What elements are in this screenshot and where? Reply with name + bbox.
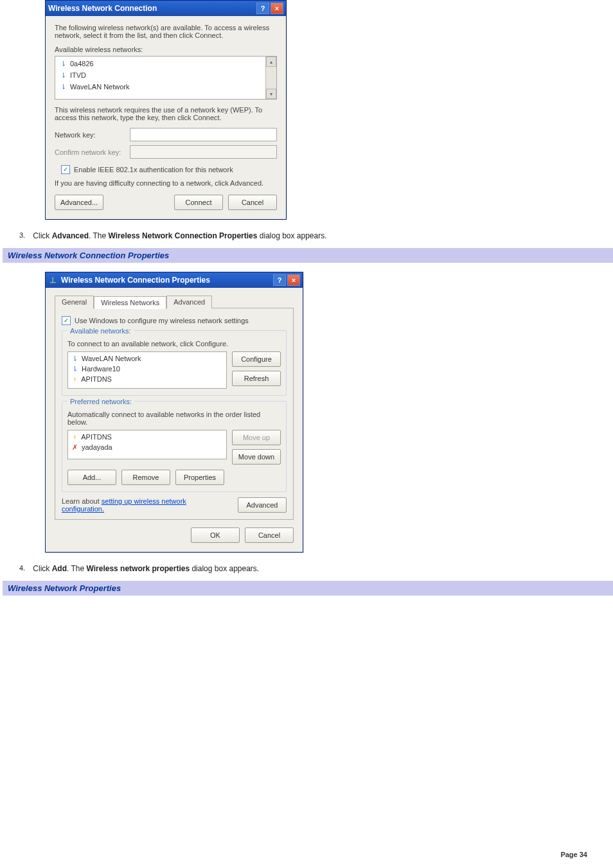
list-item[interactable]: ♀APITDNS bbox=[69, 432, 225, 442]
refresh-button[interactable]: Refresh bbox=[232, 371, 281, 386]
advanced-button[interactable]: Advanced... bbox=[55, 195, 103, 210]
list-item[interactable]: ♀APITDNS bbox=[69, 374, 225, 384]
section-caption: Wireless Network Properties bbox=[3, 581, 613, 596]
move-down-button[interactable]: Move down bbox=[232, 449, 281, 465]
ok-button[interactable]: OK bbox=[191, 527, 240, 543]
confirm-key-label: Confirm network key: bbox=[55, 148, 125, 156]
ieee-checkbox-label: Enable IEEE 802.1x authentication for th… bbox=[74, 166, 233, 173]
unavailable-icon: ✗ bbox=[72, 443, 78, 452]
confirm-key-input bbox=[130, 145, 277, 159]
network-key-label: Network key: bbox=[55, 131, 125, 139]
configure-button[interactable]: Configure bbox=[232, 351, 281, 367]
dialog-title: Wireless Network Connection bbox=[48, 4, 157, 13]
instruction-step: 3. Click Advanced. The Wireless Network … bbox=[19, 231, 613, 240]
advanced-button[interactable]: Advanced bbox=[238, 497, 287, 513]
list-item[interactable]: ⇂Hardware10 bbox=[69, 364, 225, 374]
move-up-button: Move up bbox=[232, 430, 281, 445]
instruction-step: 4. Click Add. The Wireless network prope… bbox=[19, 564, 613, 573]
close-button[interactable]: × bbox=[287, 274, 300, 286]
wireless-properties-dialog: ⊥ Wireless Network Connection Properties… bbox=[45, 272, 303, 553]
available-networks-list[interactable]: ⇂0a4826 ⇂ITVD ⇂WaveLAN Network ▴ ▾ bbox=[55, 56, 277, 100]
list-item[interactable]: ✗yadayada bbox=[69, 442, 225, 452]
connect-button[interactable]: Connect bbox=[174, 195, 223, 210]
tab-wireless-networks[interactable]: Wireless Networks bbox=[94, 296, 166, 309]
remove-button[interactable]: Remove bbox=[121, 470, 170, 485]
tab-advanced[interactable]: Advanced bbox=[166, 296, 212, 308]
signal-icon: ⇂ bbox=[60, 72, 66, 79]
available-hint: To connect to an available network, clic… bbox=[67, 340, 281, 348]
secure-icon: ♀ bbox=[72, 433, 77, 441]
cancel-button[interactable]: Cancel bbox=[245, 527, 294, 543]
step-number: 3. bbox=[19, 231, 31, 239]
available-networks-label: Available wireless networks: bbox=[55, 46, 277, 53]
difficulty-text: If you are having difficulty connecting … bbox=[55, 179, 277, 187]
close-button[interactable]: × bbox=[271, 3, 283, 14]
preferred-networks-group: Preferred networks: Automatically connec… bbox=[62, 401, 287, 492]
properties-button[interactable]: Properties bbox=[175, 470, 224, 485]
signal-icon: ⇂ bbox=[60, 84, 66, 91]
wireless-connection-dialog: Wireless Network Connection ? × The foll… bbox=[45, 0, 287, 220]
scroll-down-button[interactable]: ▾ bbox=[266, 89, 276, 99]
tab-content: ✓ Use Windows to configure my wireless n… bbox=[55, 308, 294, 520]
preferred-hint: Automatically connect to available netwo… bbox=[67, 411, 281, 426]
signal-icon: ⇂ bbox=[72, 355, 78, 362]
group-title: Available networks: bbox=[67, 327, 134, 335]
titlebar: ⊥ Wireless Network Connection Properties… bbox=[46, 272, 303, 288]
cancel-button[interactable]: Cancel bbox=[228, 195, 277, 210]
tab-strip: General Wireless Networks Advanced bbox=[55, 296, 294, 308]
preferred-networks-list[interactable]: ♀APITDNS ✗yadayada bbox=[67, 430, 227, 459]
list-item[interactable]: ⇂WaveLAN Network bbox=[69, 353, 225, 364]
network-item[interactable]: ⇂0a4826 bbox=[57, 58, 275, 69]
wireless-icon: ⊥ bbox=[48, 276, 57, 285]
signal-icon: ⇂ bbox=[60, 60, 66, 67]
step-number: 4. bbox=[19, 564, 31, 572]
learn-text: Learn about setting up wireless network … bbox=[62, 497, 209, 513]
network-item[interactable]: ⇂ITVD bbox=[57, 69, 275, 81]
network-item[interactable]: ⇂WaveLAN Network bbox=[57, 81, 275, 93]
ieee-checkbox[interactable]: ✓ bbox=[61, 165, 70, 174]
add-button[interactable]: Add... bbox=[67, 470, 116, 485]
secure-icon: ♀ bbox=[72, 375, 77, 383]
page-number: Page 34 bbox=[560, 851, 587, 858]
dialog-title: Wireless Network Connection Properties bbox=[61, 276, 210, 285]
network-key-input[interactable] bbox=[130, 128, 277, 141]
use-windows-checkbox[interactable]: ✓ bbox=[62, 316, 71, 325]
scrollbar[interactable]: ▴ ▾ bbox=[265, 57, 276, 99]
help-button[interactable]: ? bbox=[256, 3, 269, 14]
intro-text: The following wireless network(s) are av… bbox=[55, 24, 277, 39]
tab-general[interactable]: General bbox=[55, 296, 94, 308]
use-windows-label: Use Windows to configure my wireless net… bbox=[75, 317, 249, 324]
help-button[interactable]: ? bbox=[273, 274, 286, 286]
wep-text: This wireless network requires the use o… bbox=[55, 106, 277, 121]
group-title: Preferred networks: bbox=[67, 398, 134, 405]
titlebar: Wireless Network Connection ? × bbox=[46, 1, 286, 16]
section-caption: Wireless Network Connection Properties bbox=[3, 248, 613, 263]
available-networks-list[interactable]: ⇂WaveLAN Network ⇂Hardware10 ♀APITDNS bbox=[67, 351, 227, 389]
signal-icon: ⇂ bbox=[72, 366, 78, 373]
available-networks-group: Available networks: To connect to an ava… bbox=[62, 330, 287, 396]
scroll-up-button[interactable]: ▴ bbox=[266, 57, 276, 67]
